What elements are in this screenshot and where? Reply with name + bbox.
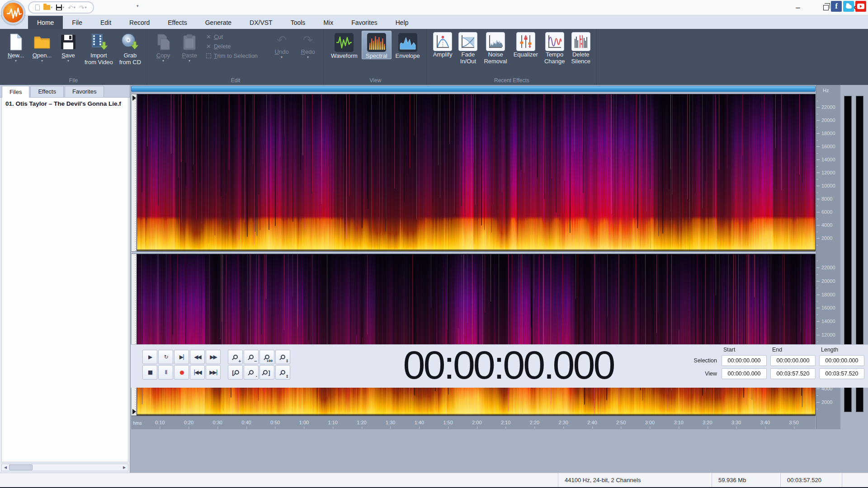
youtube-play-icon [857, 4, 864, 9]
menu-tab-effects[interactable]: Effects [159, 16, 196, 29]
selection-start-field[interactable]: 00:00:00.000 [722, 355, 767, 366]
menu-tab-dx-vst[interactable]: DX/VST [241, 16, 282, 29]
view-start-field[interactable]: 00:00:00.000 [722, 368, 767, 379]
fade-in-out-button[interactable]: Fade In/Out [455, 31, 481, 65]
zoom-selection-start-button[interactable]: [ [228, 365, 243, 380]
menu-tab-favorites[interactable]: Favorites [342, 16, 387, 29]
zoom-selection-button[interactable]: · [244, 365, 259, 380]
menu-tab-home[interactable]: Home [28, 16, 63, 29]
grab-from-cd-button[interactable]: Grab from CD [116, 31, 144, 66]
group-label-file: File [3, 77, 144, 85]
copy-icon [153, 32, 173, 52]
menu-tab-tools[interactable]: Tools [282, 16, 315, 29]
zoom-100-button[interactable]: 100 [259, 350, 274, 364]
sidebar-tab-favorites[interactable]: Favorites [65, 86, 104, 97]
delete-button[interactable]: ✕Delete [206, 43, 258, 50]
sidebar-horizontal-scrollbar[interactable]: ◀ ▶ [1, 464, 128, 471]
play-button[interactable]: ▶ [142, 350, 157, 364]
spectrogram-scrollbar[interactable] [131, 86, 816, 92]
pause-button[interactable]: Ⅱ [158, 365, 173, 380]
selection-start-marker-top[interactable] [132, 95, 136, 101]
menu-tab-record[interactable]: Record [120, 16, 159, 29]
selection-length-field[interactable]: 00:00:00.000 [819, 355, 864, 366]
record-button[interactable]: ● [174, 365, 189, 380]
trim-to-selection-button[interactable]: Trim to Selection [206, 52, 258, 59]
view-length-field[interactable]: 00:03:57.520 [819, 368, 864, 379]
spectrogram-left-channel[interactable] [137, 94, 816, 251]
menu-tab-mix[interactable]: Mix [314, 16, 342, 29]
scroll-right-icon[interactable]: ▶ [121, 464, 128, 471]
app-logo-icon[interactable] [1, 1, 25, 24]
import-from-video-button[interactable]: Import from Video [81, 31, 116, 66]
redo-button[interactable]: ↷ Redo ▾ [295, 31, 321, 59]
spectral-view-button[interactable]: Spectral [362, 31, 392, 59]
frequency-tick [816, 133, 820, 134]
new-button[interactable]: New... ▾ [3, 31, 29, 63]
frequency-tick-label: 8000 [821, 196, 832, 202]
amplify-button[interactable]: Amplify [430, 31, 456, 58]
fast-forward-button[interactable]: ▶▶ [206, 350, 221, 364]
selection-end-field[interactable]: 00:00:00.000 [770, 355, 816, 366]
play-next-button[interactable]: ▶| [174, 350, 189, 364]
spectrogram-right-channel[interactable] [137, 254, 816, 416]
envelope-view-button[interactable]: Envelope [392, 31, 424, 59]
youtube-icon[interactable] [855, 1, 866, 12]
equalizer-button[interactable]: Equalizer [510, 31, 541, 58]
magnifier-icon [249, 370, 254, 375]
view-end-field[interactable]: 00:03:57.520 [770, 368, 816, 379]
minimize-button[interactable]: – [784, 0, 812, 15]
time-ruler[interactable]: hms 0:100:200:300:400:501:001:101:201:30… [131, 416, 816, 429]
zoom-vertical-button[interactable]: ↕ [275, 350, 290, 364]
scroll-track[interactable] [9, 464, 121, 471]
zoom-selection-end-button[interactable]: ] [259, 365, 274, 380]
tempo-change-button[interactable]: Tempo Change [541, 31, 568, 65]
undo-button[interactable]: ↶ Undo ▾ [269, 31, 295, 59]
menu-tab-generate[interactable]: Generate [196, 16, 241, 29]
qat-customize-button[interactable]: ▾ [137, 4, 139, 8]
waveform-view-button[interactable]: Waveform [327, 31, 362, 59]
rewind-button[interactable]: ◀◀ [190, 350, 205, 364]
facebook-icon[interactable]: f [831, 1, 842, 12]
delete-silence-button[interactable]: Delete Silence [568, 31, 594, 65]
qat-redo-button[interactable]: ↷▾ [78, 3, 88, 12]
time-tick-label: 2:50 [616, 420, 626, 425]
qat-undo-button[interactable]: ↶▾ [67, 3, 76, 12]
stop-button[interactable]: ■ [142, 365, 157, 380]
menu-tab-edit[interactable]: Edit [91, 16, 120, 29]
magnifier-icon [263, 370, 268, 375]
scroll-left-icon[interactable]: ◀ [2, 464, 9, 471]
cut-button[interactable]: ✕Cut [206, 33, 258, 40]
file-size-status: 59.936 Mb [712, 473, 780, 487]
qat-save-button[interactable]: ▾ [55, 3, 65, 12]
zoom-vertical-2-button[interactable]: ↕ [275, 365, 290, 380]
loop-button[interactable]: ↻ [158, 350, 173, 364]
save-button[interactable]: Save ▾ [55, 31, 81, 63]
playback-control-bar: ▶↻▶|◀◀▶▶+−100↕■Ⅱ●|◀◀▶▶|[·]↕ 00:00:00.000… [131, 344, 868, 388]
open-button[interactable]: Open... ▾ [29, 31, 55, 63]
paste-button[interactable]: Paste ▾ [176, 31, 203, 63]
file-list-item[interactable]: 01. Otis Taylor – The Devil's Gonna Lie.… [2, 98, 128, 110]
spectral-view-icon [367, 33, 387, 52]
qat-new-button[interactable] [34, 3, 41, 12]
selection-start-marker-bottom[interactable] [132, 409, 136, 414]
time-display: 00:00:00.000 [325, 342, 692, 388]
zoom-in-button[interactable]: + [228, 350, 243, 364]
magnifier-icon [265, 355, 269, 359]
frequency-tick [816, 107, 820, 108]
frequency-tick-label: 16000 [821, 144, 835, 149]
go-to-start-button[interactable]: |◀◀ [190, 365, 205, 380]
twitter-icon[interactable] [843, 1, 854, 12]
cd-icon [120, 32, 140, 52]
noise-removal-button[interactable]: Noise Removal [481, 31, 510, 65]
menu-tab-help[interactable]: Help [387, 16, 418, 29]
qat-open-button[interactable]: ▾ [42, 3, 53, 12]
zoom-out-button[interactable]: − [244, 350, 259, 364]
go-to-end-button[interactable]: ▶▶| [206, 365, 221, 380]
copy-button[interactable]: Copy ▾ [150, 31, 176, 63]
sidebar-tab-effects[interactable]: Effects [30, 86, 64, 97]
menu-tab-file[interactable]: File [63, 16, 91, 29]
scroll-thumb[interactable] [9, 465, 33, 470]
sidebar-tab-files[interactable]: Files [2, 86, 29, 98]
time-tick-label: 0:30 [213, 420, 222, 425]
resize-grip[interactable] [842, 473, 868, 487]
